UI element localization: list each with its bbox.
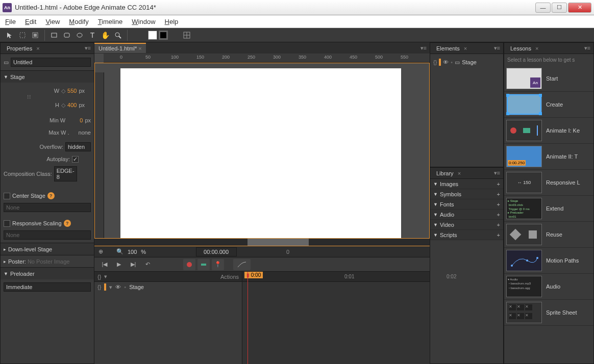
- library-tab[interactable]: Library: [433, 169, 457, 178]
- menu-modify[interactable]: Modify: [69, 18, 88, 25]
- text-tool[interactable]: T: [87, 30, 98, 41]
- lesson-item[interactable]: ▾ Audio ▫ bassdrum.mp3 ▫ bassdrum.oggAud…: [504, 274, 593, 300]
- fill-color[interactable]: [148, 31, 157, 40]
- panel-menu-icon[interactable]: ▾≡: [417, 45, 430, 51]
- element-row-stage[interactable]: {} 👁 • ▭ Stage: [433, 57, 500, 67]
- link-dimensions-icon[interactable]: ⁝⁝: [27, 94, 31, 100]
- easing-button[interactable]: [233, 259, 251, 270]
- close-icon[interactable]: ×: [138, 45, 141, 51]
- lesson-item[interactable]: Animate I: Ke: [504, 118, 593, 144]
- preloader-section-header[interactable]: ▼ Preloader: [1, 267, 94, 279]
- expand-icon[interactable]: ▾: [109, 284, 112, 291]
- hand-tool[interactable]: ✋: [100, 30, 111, 41]
- minw-value[interactable]: 0: [80, 117, 83, 123]
- lock-icon[interactable]: •: [124, 284, 126, 290]
- pin-button[interactable]: 📍: [212, 259, 224, 270]
- zoom-icon[interactable]: 🔍: [116, 248, 123, 255]
- library-section-video[interactable]: ▼Video+: [430, 220, 503, 230]
- selection-tool[interactable]: [4, 30, 15, 41]
- add-icon[interactable]: +: [497, 232, 500, 238]
- stage-canvas[interactable]: [120, 68, 401, 239]
- add-icon[interactable]: +: [497, 181, 500, 187]
- lesson-item[interactable]: Motion Paths: [504, 248, 593, 274]
- goto-end-button[interactable]: ▶|: [127, 259, 139, 270]
- panel-menu-icon[interactable]: ▾≡: [584, 45, 590, 51]
- add-icon[interactable]: +: [497, 201, 500, 207]
- lesson-item[interactable]: Create: [504, 92, 593, 118]
- menu-timeline[interactable]: Timeline: [98, 18, 123, 25]
- auto-transition-button[interactable]: [197, 259, 210, 270]
- timeline-row-stage[interactable]: {} ▾ 👁 • Stage: [94, 282, 242, 292]
- library-section-fonts[interactable]: ▼Fonts+: [430, 199, 503, 210]
- auto-keyframe-button[interactable]: [183, 259, 195, 270]
- elements-tab[interactable]: Elements: [433, 44, 463, 53]
- clip-tool[interactable]: [30, 30, 41, 41]
- menu-window[interactable]: Window: [132, 18, 155, 25]
- properties-tab[interactable]: Properties: [4, 44, 35, 53]
- document-name-input[interactable]: [11, 58, 91, 67]
- visibility-icon[interactable]: 👁: [115, 284, 121, 290]
- link-icon[interactable]: ◇: [61, 102, 65, 109]
- close-icon[interactable]: ×: [464, 45, 467, 51]
- menu-help[interactable]: Help: [165, 18, 179, 25]
- responsive-checkbox[interactable]: [4, 220, 10, 227]
- close-icon[interactable]: ×: [36, 45, 39, 51]
- minimize-button[interactable]: —: [535, 3, 551, 13]
- preloader-select[interactable]: [4, 282, 91, 292]
- goto-start-button[interactable]: |◀: [98, 259, 111, 270]
- maximize-button[interactable]: ☐: [552, 3, 567, 13]
- center-stage-checkbox[interactable]: [4, 193, 10, 199]
- close-button[interactable]: ✕: [568, 3, 591, 13]
- comp-class-input[interactable]: EDGE-8: [54, 166, 77, 181]
- zoom-tool[interactable]: [112, 30, 123, 41]
- menu-file[interactable]: File: [5, 18, 16, 25]
- play-button[interactable]: ▶: [113, 259, 125, 270]
- add-icon[interactable]: +: [497, 191, 500, 197]
- lesson-item[interactable]: 0:00.250Animate II: T: [504, 144, 593, 170]
- lesson-item[interactable]: ▸ Stage btn03.click Trigger @ 0 ms▸ Prel…: [504, 196, 593, 222]
- help-icon[interactable]: ?: [64, 220, 71, 227]
- library-section-symbols[interactable]: ▼Symbols+: [430, 189, 503, 199]
- library-section-audio[interactable]: ▼Audio+: [430, 210, 503, 220]
- width-value[interactable]: 550: [67, 88, 77, 94]
- add-icon[interactable]: +: [497, 212, 500, 218]
- scrollbar-horizontal[interactable]: [94, 239, 430, 246]
- filter-icon[interactable]: ▾: [104, 273, 107, 280]
- center-stage-icon[interactable]: ⊕: [98, 248, 103, 255]
- rectangle-tool[interactable]: [48, 30, 60, 41]
- menu-edit[interactable]: Edit: [25, 18, 36, 25]
- lesson-item[interactable]: ✕✕✕✕✕✕Sprite Sheet: [504, 300, 593, 326]
- lesson-item[interactable]: AnStart: [504, 66, 593, 92]
- lesson-item[interactable]: Reuse: [504, 222, 593, 248]
- time-display[interactable]: 00:00.000: [196, 247, 237, 256]
- downlevel-section-header[interactable]: ▸ Down-level Stage: [1, 243, 94, 255]
- rounded-rect-tool[interactable]: [61, 30, 72, 41]
- stage-section-header[interactable]: ▼ Stage: [1, 70, 94, 83]
- document-tab[interactable]: Untitled-1.html* ×: [94, 43, 146, 53]
- library-section-images[interactable]: ▼Images+: [430, 179, 503, 189]
- help-icon[interactable]: ?: [47, 192, 55, 199]
- panel-menu-icon[interactable]: ▾≡: [85, 45, 91, 51]
- menu-view[interactable]: View: [45, 18, 60, 25]
- close-icon[interactable]: ×: [458, 170, 461, 176]
- keyframe-marker-icon[interactable]: [104, 283, 106, 291]
- add-icon[interactable]: +: [497, 222, 500, 228]
- ellipse-tool[interactable]: [74, 30, 85, 41]
- transform-tool[interactable]: [17, 30, 28, 41]
- library-section-scripts[interactable]: ▼Scripts+: [430, 230, 503, 240]
- loop-button[interactable]: ↶: [141, 259, 154, 270]
- close-icon[interactable]: ×: [535, 45, 538, 51]
- timeline-tracks[interactable]: ▮ 0:00 0:01 0:02: [242, 272, 430, 364]
- visibility-icon[interactable]: 👁: [443, 59, 449, 65]
- stroke-color[interactable]: [159, 31, 168, 40]
- layout-tool[interactable]: [181, 30, 192, 41]
- link-icon[interactable]: ◇: [61, 88, 65, 94]
- height-value[interactable]: 400: [67, 102, 77, 108]
- playhead[interactable]: [247, 272, 248, 364]
- lesson-item[interactable]: ↔ 150Responsive L: [504, 170, 593, 196]
- stage-viewport[interactable]: [94, 63, 430, 239]
- panel-menu-icon[interactable]: ▾≡: [494, 45, 500, 51]
- panel-menu-icon[interactable]: ▾≡: [494, 170, 500, 176]
- maxw-value[interactable]: none: [79, 129, 91, 136]
- overflow-select[interactable]: hidden: [65, 142, 91, 151]
